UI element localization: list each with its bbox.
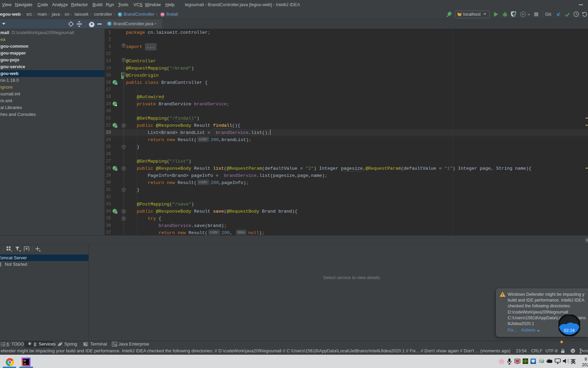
svg-text:02:24: 02:24 [564,328,574,333]
svg-text:IJ: IJ [24,359,26,362]
